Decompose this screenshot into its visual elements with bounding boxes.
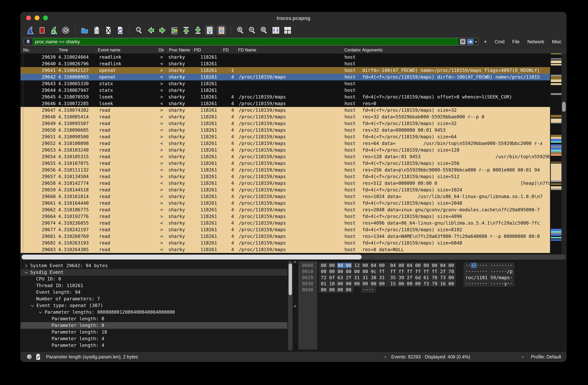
packet-row[interactable]: 296774.310242197read>sharky1182614/proc/… <box>21 226 550 233</box>
column-header-container[interactable]: Container <box>343 47 360 53</box>
go-to-packet-icon[interactable] <box>169 25 179 36</box>
hex-selected-bytes[interactable]: ·· <box>471 263 477 268</box>
hex-ascii[interactable]: ········ ······/p <box>463 269 514 274</box>
packet-row[interactable]: 296434.310065330statx>sharky118261host <box>21 80 550 87</box>
details-scrollbar[interactable] <box>288 261 293 351</box>
next-packet-icon[interactable] <box>157 25 168 36</box>
zoom-in-icon[interactable] <box>235 25 246 36</box>
packet-row[interactable]: 296564.310111132read<sharky1182614/proc/… <box>21 167 550 173</box>
packet-row[interactable]: 296424.310060993openat<sharky1182614/pro… <box>21 74 550 80</box>
dropdown-caret-icon[interactable]: ▾ <box>475 40 477 44</box>
capture-comment-icon[interactable] <box>36 354 41 361</box>
column-header-arguments[interactable]: Arguments <box>360 47 566 53</box>
packet-row[interactable]: 296534.310103240read>sharky1182614/proc/… <box>21 147 550 153</box>
hex-bytes[interactable]: 00 00 00 00 00 00 9c ff ff ff ff ff ff f… <box>319 269 456 274</box>
column-header-proc-name[interactable]: Proc Name <box>167 47 192 53</box>
packet-row[interactable]: 296524.310100898read<sharky1182614/proc/… <box>21 140 550 147</box>
apply-filter-icon[interactable]: ➜ <box>467 39 474 45</box>
hex-selected-bytes[interactable]: 08 00 <box>337 263 351 268</box>
hex-row[interactable]: 003001 10 00 00 00 00 00 00 15 00 00 00 … <box>298 281 565 287</box>
tree-row[interactable]: Parameter lengths: 080008001200040004000… <box>21 309 287 316</box>
stop-capture-icon[interactable] <box>37 25 47 36</box>
auto-scroll-icon[interactable] <box>205 25 215 36</box>
capture-options-icon[interactable] <box>61 25 71 36</box>
tree-row[interactable]: Thread ID: 118261 <box>21 282 287 289</box>
layout-123-icon[interactable]: 123 <box>282 25 293 36</box>
hex-ascii[interactable]: ········ ········ <box>463 262 514 269</box>
tree-row[interactable]: System Event 29642: 94 bytes <box>21 262 287 269</box>
column-header-fd-name[interactable]: FD Name <box>236 47 343 53</box>
hex-ascii[interactable]: ········ ·····y·· <box>463 281 514 287</box>
chevron-down-icon[interactable] <box>30 303 35 309</box>
resize-columns-icon[interactable] <box>271 25 281 36</box>
import-file-icon[interactable]: 010100110101110 <box>91 25 102 36</box>
column-header-time[interactable]: Time <box>57 47 96 53</box>
tree-row[interactable]: Event type: openat (307) <box>21 302 287 309</box>
tree-row[interactable]: Sysdig Event <box>21 269 287 276</box>
column-header-pid[interactable]: PID <box>192 47 221 53</box>
horizontal-scrollbar[interactable] <box>21 254 566 260</box>
filter-button-network[interactable]: Network <box>527 39 544 45</box>
tree-row[interactable]: Parameter length: 18 <box>21 329 287 335</box>
packet-row[interactable]: 296614.310164440read>sharky1182614/proc/… <box>21 200 550 206</box>
packet-row[interactable]: 296544.310105315read<sharky1182614/proc/… <box>21 153 550 160</box>
tree-row[interactable]: CPU ID: 0 <box>21 276 287 282</box>
clear-filter-icon[interactable]: ✕ <box>460 39 465 45</box>
add-filter-button[interactable]: + <box>484 39 487 45</box>
display-filter-input[interactable]: proc.name == sharky ✕ ➜ ▾ <box>23 38 479 45</box>
expert-info-icon[interactable] <box>27 354 32 359</box>
packet-row[interactable]: 296644.310192776read>sharky1182614/proc/… <box>21 213 550 220</box>
colorize-icon[interactable] <box>216 25 227 36</box>
packet-row[interactable]: 296404.310026796readlink<sharky118261hos… <box>21 61 550 67</box>
filter-button-cmd[interactable]: Cmd <box>495 39 504 45</box>
packet-row[interactable]: 296414.310042127openat>sharky118261-1hos… <box>21 67 550 74</box>
packet-row[interactable]: 296474.310074382read>sharky1182614/proc/… <box>21 107 550 113</box>
vertical-scrollbar-thumb[interactable] <box>562 102 566 112</box>
tree-row[interactable]: Parameter length: 8 <box>21 322 287 329</box>
tree-row[interactable]: Event length: 94 <box>21 289 287 295</box>
packet-row[interactable]: 296834.310264305read<sharky1182614/proc/… <box>21 246 550 253</box>
hex-ascii[interactable]: ···· <box>361 287 376 293</box>
tree-row[interactable]: Parameter length: 8 <box>21 316 287 322</box>
filter-text[interactable]: proc.name == sharky <box>32 38 459 45</box>
zoom-reset-icon[interactable] <box>259 25 269 36</box>
packet-row[interactable]: 296464.310072285lseek<sharky1182614/proc… <box>21 100 550 107</box>
intelligent-scrollbar-minimap[interactable] <box>551 53 562 254</box>
filter-button-file[interactable]: File <box>512 39 520 45</box>
titlebar[interactable]: traces.pcapng <box>21 12 566 23</box>
last-packet-icon[interactable] <box>193 25 203 36</box>
hex-row[interactable]: 002072 6f 63 2f 31 31 38 31 35 39 2f 6d … <box>298 274 565 281</box>
wireshark-fin-icon[interactable] <box>25 25 35 36</box>
hex-bytes[interactable]: 72 6f 63 2f 31 31 38 31 35 39 2f 6d 61 7… <box>319 274 456 281</box>
packet-row[interactable]: 296824.310263193read>sharky1182614/proc/… <box>21 240 550 246</box>
packet-row[interactable]: 296584.310142774read<sharky1182614/proc/… <box>21 180 550 187</box>
packet-row[interactable]: 296814.310260769read<sharky1182614/proc/… <box>21 233 550 240</box>
packet-row[interactable]: 296914.310932294switch>sharky118261hostn… <box>21 253 550 254</box>
pane-splitter[interactable] <box>293 260 297 352</box>
zoom-out-icon[interactable] <box>247 25 257 36</box>
hex-row[interactable]: 001000 00 00 00 00 00 9c ff ff ff ff ff … <box>298 269 565 274</box>
packet-row[interactable]: 296604.310161814read<sharky1182614/proc/… <box>21 193 550 200</box>
reload-file-icon[interactable] <box>115 25 125 36</box>
profile-indicator[interactable]: Profile: Default <box>531 352 561 362</box>
chevron-right-icon[interactable] <box>24 263 28 269</box>
open-file-icon[interactable] <box>79 25 90 36</box>
column-header-no[interactable]: No. <box>21 47 57 53</box>
packet-row[interactable]: 296444.310067947statx<sharky118261host <box>21 87 550 94</box>
first-packet-icon[interactable] <box>181 25 191 36</box>
column-header-dir[interactable]: Dir <box>157 47 167 53</box>
packet-row[interactable]: 296624.310186775read<sharky1182614/proc/… <box>21 206 550 213</box>
find-packet-icon[interactable] <box>134 25 144 36</box>
horizontal-scrollbar-thumb[interactable] <box>22 255 362 259</box>
packet-row[interactable]: 296744.310236055read<sharky1182614/proc/… <box>21 220 550 226</box>
chevron-down-icon[interactable] <box>24 270 28 276</box>
chevron-down-icon[interactable] <box>38 310 43 316</box>
filter-button-misc[interactable]: Misc <box>552 39 562 45</box>
packet-row[interactable]: 296484.310085414read<sharky1182614/proc/… <box>21 113 550 120</box>
packet-row[interactable]: 296494.310095507read>sharky1182614/proc/… <box>21 120 550 127</box>
tree-row[interactable]: Number of parameters: 7 <box>21 295 287 302</box>
packet-bytes-pane[interactable]: 000008 00 08 00 12 00 04 00 04 00 04 00 … <box>297 260 566 352</box>
column-header-fd[interactable]: FD <box>221 47 236 53</box>
hex-bytes[interactable]: 00 00 00 00 <box>319 287 353 293</box>
vertical-scrollbar[interactable] <box>562 53 566 254</box>
